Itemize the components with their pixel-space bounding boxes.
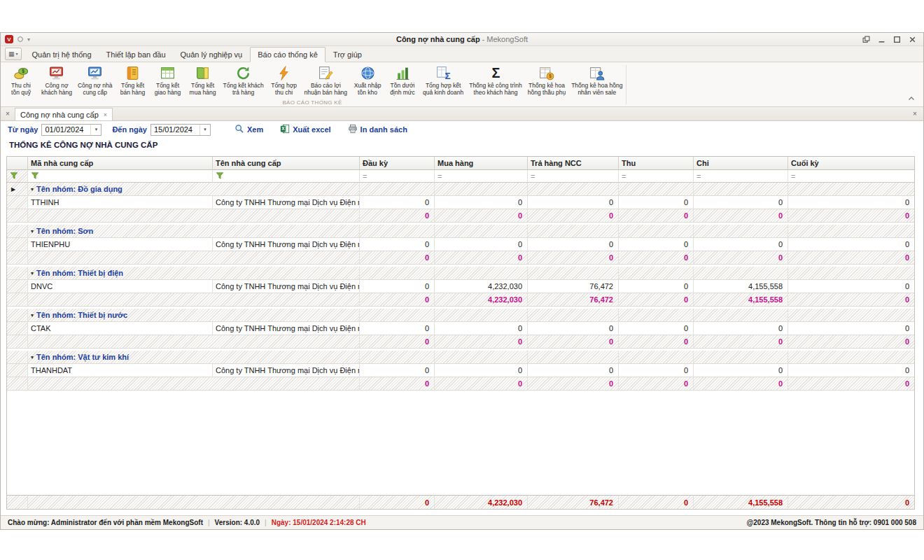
row-indicator-cell — [7, 267, 28, 280]
group-header-row[interactable]: ▾Tên nhóm: Thiết bị nước — [7, 309, 914, 322]
group-header-row[interactable]: ▾Tên nhóm: Thiết bị điện — [7, 267, 914, 280]
ribbon-item[interactable]: ΣThống kê công trìnhtheo khách hàng — [466, 64, 525, 97]
ribbon-tab[interactable]: Báo cáo thống kê — [250, 47, 326, 62]
column-header[interactable]: Tên nhà cung cấp — [213, 157, 360, 170]
filter-operator: = — [531, 172, 535, 181]
ribbon-app-menu-button[interactable]: ▦▾ — [5, 48, 22, 60]
close-all-tabs-icon[interactable]: × — [1, 107, 15, 120]
collapse-group-icon[interactable]: ▾ — [31, 186, 34, 192]
print-list-button[interactable]: In danh sách — [344, 122, 411, 136]
filter-cell[interactable]: = — [694, 170, 788, 183]
group-empty-cell — [788, 267, 914, 280]
group-empty-cell — [435, 183, 528, 196]
ribbon-item[interactable]: Xuất nhậptồn kho — [350, 64, 385, 97]
filter-cell[interactable]: = — [788, 170, 914, 183]
column-header[interactable]: Chi — [694, 157, 788, 170]
column-header[interactable]: Trả hàng NCC — [528, 157, 619, 170]
subtotal-value-cell: 0 — [528, 251, 619, 265]
column-header[interactable]: Đầu kỳ — [360, 157, 435, 170]
grid-filter-row: ====== — [7, 170, 914, 183]
ribbon-item[interactable]: Công nợkhách hàng — [38, 64, 75, 97]
chevron-down-icon[interactable]: ▼ — [90, 125, 101, 135]
close-document-icon[interactable]: × — [909, 107, 920, 120]
window-title: Công nợ nhà cung cấp- MekongSoft — [1, 35, 923, 43]
row-indicator-cell — [7, 238, 28, 251]
value-cell: 0 — [619, 322, 694, 335]
subtotal-value-cell: 0 — [619, 377, 694, 391]
column-header[interactable]: Thu — [619, 157, 694, 170]
ribbon-group-separator — [626, 65, 626, 104]
filter-cell[interactable] — [28, 170, 213, 183]
ribbon-item[interactable]: Tồn dướiđịnh mức — [385, 64, 420, 97]
ribbon-item[interactable]: Tổng kếtbán hàng — [115, 64, 150, 97]
collapse-group-icon[interactable]: ▾ — [31, 270, 34, 276]
switch-windows-icon[interactable] — [862, 36, 870, 43]
collapse-group-icon[interactable]: ▾ — [31, 354, 34, 360]
column-header[interactable]: Mã nhà cung cấp — [28, 157, 213, 170]
group-name-cell: ▾Tên nhóm: Sơn — [28, 225, 360, 238]
data-row[interactable]: TTHINHCông ty TNHH Thương mại Dịch vụ Đi… — [7, 196, 914, 209]
row-indicator-cell — [7, 280, 28, 293]
ribbon-tabs: Quản trị hệ thốngThiết lập ban đầuQuản l… — [25, 46, 370, 62]
ribbon-item[interactable]: Thống kê hoa hồngnhân viên sale — [568, 64, 625, 97]
filter-cell[interactable]: = — [528, 170, 619, 183]
subtotal-value-cell: 0 — [360, 293, 435, 307]
ribbon-tab[interactable]: Thiết lập ban đầu — [99, 48, 173, 62]
group-empty-cell — [528, 225, 619, 238]
collapse-group-icon[interactable]: ▾ — [31, 228, 34, 234]
group-empty-cell — [619, 267, 694, 280]
value-cell: 76,472 — [528, 280, 619, 293]
to-date-combobox[interactable]: 15/01/2024 ▼ — [150, 124, 211, 136]
refresh-green-icon — [235, 64, 251, 82]
ribbon-item[interactable]: Tổng hợpthu chi — [267, 64, 302, 97]
ribbon-item[interactable]: $Thu chitồn quỹ — [4, 64, 38, 97]
group-header-row[interactable]: ▾Tên nhóm: Sơn — [7, 225, 914, 238]
column-header[interactable]: Mua hàng — [435, 157, 528, 170]
subtotal-value-cell: 0 — [528, 335, 619, 349]
version-text: Version: 4.0.0 — [215, 519, 260, 526]
data-row[interactable]: CTAKCông ty TNHH Thương mại Dịch vụ Điện… — [7, 322, 914, 335]
minimize-icon[interactable] — [878, 36, 886, 43]
filter-indicator-cell[interactable] — [7, 170, 28, 183]
data-row[interactable]: THIENPHUCông ty TNHH Thương mại Dịch vụ … — [7, 238, 914, 251]
ribbon-item[interactable]: Báo cáo lợinhuận bán hàng — [302, 64, 350, 97]
ribbon-tab[interactable]: Quản trị hệ thống — [25, 48, 99, 62]
ribbon-item[interactable]: Tổng kếtmua hàng — [185, 64, 220, 97]
group-empty-cell — [528, 309, 619, 322]
ribbon-tab[interactable]: Trợ giúp — [326, 48, 369, 62]
export-excel-button[interactable]: X Xuất excel — [276, 122, 334, 136]
ribbon-item[interactable]: Tổng kếtgiao hàng — [150, 64, 185, 97]
value-cell: 0 — [528, 196, 619, 209]
column-header[interactable]: Cuối kỳ — [788, 157, 914, 170]
group-empty-cell — [528, 267, 619, 280]
ribbon-tab-bar: ▦▾ Quản trị hệ thốngThiết lập ban đầuQuả… — [1, 46, 923, 62]
filter-cell[interactable]: = — [619, 170, 694, 183]
ribbon-collapse-icon[interactable] — [908, 91, 915, 104]
filter-cell[interactable] — [213, 170, 360, 183]
from-date-combobox[interactable]: 01/01/2024 ▼ — [41, 124, 102, 136]
quick-access-icon[interactable] — [17, 36, 24, 43]
ribbon-item[interactable]: Tổng kết kháchtrả hàng — [220, 64, 266, 97]
close-tab-icon[interactable]: × — [104, 111, 107, 118]
grand-total-value-cell: 0 — [360, 495, 435, 509]
supplier-name-cell: Công ty TNHH Thương mại Dịch vụ Điện nướ… — [213, 196, 360, 209]
group-header-row[interactable]: ▾Tên nhóm: Vật tư kim khí — [7, 351, 914, 364]
filter-cell[interactable]: = — [360, 170, 435, 183]
ribbon-item[interactable]: Công nợ nhàcung cấp — [75, 64, 115, 97]
ribbon-tab[interactable]: Quản lý nghiệp vụ — [174, 48, 250, 62]
close-icon[interactable] — [909, 36, 916, 43]
data-row[interactable]: DNVCCông ty TNHH Thương mại Dịch vụ Điện… — [7, 280, 914, 293]
filter-cell[interactable]: = — [435, 170, 528, 183]
chevron-down-icon[interactable]: ▼ — [200, 125, 210, 135]
app-window: V ▾ Công nợ nhà cung cấp- MekongSoft ▦▾ … — [0, 32, 924, 530]
view-button[interactable]: Xem — [231, 122, 267, 136]
ribbon-item[interactable]: $Thống kê hoahồng thầu phụ — [525, 64, 568, 97]
data-row[interactable]: THANHDATCông ty TNHH Thương mại Dịch vụ … — [7, 364, 914, 377]
quick-access-dropdown-icon[interactable]: ▾ — [27, 36, 30, 43]
collapse-group-icon[interactable]: ▾ — [31, 312, 34, 318]
group-header-row[interactable]: ▶▾Tên nhóm: Đồ gia dụng — [7, 183, 914, 196]
ribbon-item[interactable]: ΣTổng hợp kếtquả kinh doanh — [420, 64, 466, 97]
document-tab[interactable]: Công nợ nhà cung cấp × — [15, 108, 113, 120]
maximize-icon[interactable] — [893, 36, 901, 43]
subtotal-value-cell: 76,472 — [528, 293, 619, 307]
